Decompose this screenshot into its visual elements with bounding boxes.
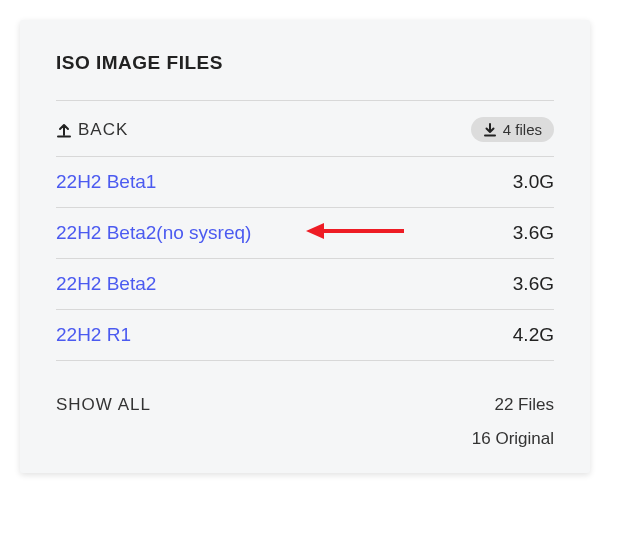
back-up-icon [56, 122, 72, 138]
file-row: 22H2 R1 4.2G [56, 309, 554, 361]
file-link[interactable]: 22H2 Beta1 [56, 171, 156, 193]
download-icon [483, 123, 497, 137]
toolbar: BACK 4 files [56, 101, 554, 156]
show-all-button[interactable]: SHOW ALL [56, 395, 151, 415]
file-link[interactable]: 22H2 Beta2(no sysreq) [56, 222, 251, 244]
file-size: 3.0G [513, 171, 554, 193]
download-pill-label: 4 files [503, 121, 542, 138]
file-card: ISO IMAGE FILES BACK 4 files 22H2 [20, 20, 590, 473]
card-title: ISO IMAGE FILES [56, 52, 554, 74]
file-link[interactable]: 22H2 Beta2 [56, 273, 156, 295]
file-row: 22H2 Beta2 3.6G [56, 258, 554, 309]
stats-total: 22 Files [472, 395, 554, 415]
svg-marker-3 [306, 223, 324, 239]
file-link[interactable]: 22H2 R1 [56, 324, 131, 346]
download-pill[interactable]: 4 files [471, 117, 554, 142]
stats: 22 Files 16 Original [472, 395, 554, 449]
highlight-arrow-icon [306, 219, 406, 247]
back-button[interactable]: BACK [56, 120, 128, 140]
back-label: BACK [78, 120, 128, 140]
file-size: 4.2G [513, 324, 554, 346]
file-row: 22H2 Beta2(no sysreq) 3.6G [56, 207, 554, 258]
stats-original: 16 Original [472, 429, 554, 449]
file-size: 3.6G [513, 222, 554, 244]
file-list: 22H2 Beta1 3.0G 22H2 Beta2(no sysreq) 3.… [56, 156, 554, 361]
footer: SHOW ALL 22 Files 16 Original [56, 395, 554, 449]
file-size: 3.6G [513, 273, 554, 295]
file-row: 22H2 Beta1 3.0G [56, 156, 554, 207]
